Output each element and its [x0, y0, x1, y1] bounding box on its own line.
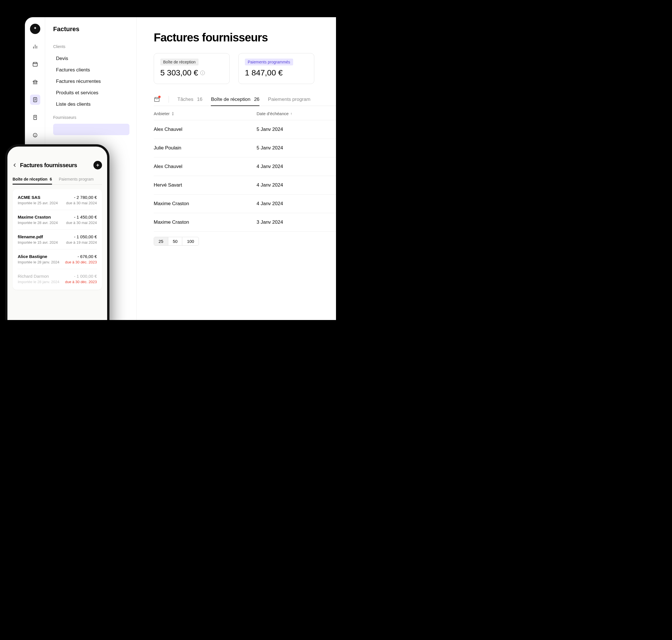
page-title: Factures fournisseurs — [154, 31, 336, 44]
invoice-icon[interactable] — [30, 94, 40, 105]
cell-provider: Julie Poulain — [154, 145, 257, 151]
sort-asc-icon: ↑ — [290, 112, 292, 116]
card-inbox-amount: 5 303,00 € i — [160, 68, 223, 77]
column-due-date[interactable]: Date d'échéance ↑ — [257, 111, 325, 116]
info-icon[interactable]: i — [200, 71, 205, 75]
content-tabs: Tâches 16 Boîte de réception 26 Paiement… — [154, 93, 336, 106]
card-inbox[interactable]: Boîte de réception 5 303,00 € i — [154, 53, 230, 84]
column-provider[interactable]: Anbieter ▲▼ — [154, 111, 257, 116]
cell-provider: Hervé Savart — [154, 182, 257, 188]
bank-icon[interactable] — [30, 77, 40, 87]
list-item[interactable]: Maxime Craston- 1 450,00 €Importée le 28… — [18, 210, 97, 230]
tab-inbox[interactable]: Boîte de réception 26 — [211, 93, 260, 106]
card-scheduled-amount: 1 847,00 € — [245, 68, 308, 77]
item-name: Alice Bastigne — [18, 254, 47, 259]
cell-due: 3 Janv 2024 — [257, 219, 325, 225]
sort-icon: ▲▼ — [172, 112, 174, 116]
sidebar-item-client-invoices[interactable]: Factures clients — [53, 64, 129, 76]
item-amount: - 2 780,00 € — [74, 195, 97, 200]
mobile-tabs: Boîte de réception 6 Paiements program — [13, 175, 102, 185]
item-due: due à 30 déc. 2023 — [65, 280, 97, 284]
mobile-invoice-list: ACME SAS- 2 780,00 €Importée le 25 avr. … — [13, 189, 102, 290]
finance-icon[interactable]: € — [30, 130, 40, 140]
inbox-icon[interactable] — [30, 59, 40, 70]
cell-provider: Maxime Craston — [154, 219, 257, 225]
table-row[interactable]: Julie Poulain5 Janv 2024 — [154, 139, 336, 157]
list-item[interactable]: Richard Darmon- 1 000,00 €Importée le 28… — [18, 269, 97, 289]
item-imported: Importée le 28 janv. 2024 — [18, 280, 59, 284]
table-row[interactable]: Maxime Craston3 Janv 2024 — [154, 213, 336, 232]
page-size-25[interactable]: 25 — [154, 237, 168, 245]
table-row[interactable]: Maxime Craston4 Janv 2024 — [154, 194, 336, 213]
sidebar-item-quotes[interactable]: Devis — [53, 53, 129, 64]
document-icon[interactable] — [30, 112, 40, 122]
item-name: filename.pdf — [18, 234, 43, 239]
sidebar-item-recurring[interactable]: Factures récurrentes — [53, 76, 129, 87]
svg-text:€: € — [34, 134, 36, 136]
analytics-icon[interactable] — [30, 41, 40, 52]
invoice-table: Alex Chauvel5 Janv 2024Julie Poulain5 Ja… — [154, 120, 336, 232]
cell-provider: Maxime Craston — [154, 201, 257, 207]
item-name: ACME SAS — [18, 195, 40, 200]
sidebar-item-client-list[interactable]: Liste des clients — [53, 99, 129, 110]
table-row[interactable]: Alex Chauvel5 Janv 2024 — [154, 120, 336, 139]
item-amount: - 1 050,00 € — [74, 234, 97, 239]
sidebar-title: Factures — [53, 26, 129, 33]
cell-due: 4 Janv 2024 — [257, 201, 325, 207]
item-imported: Importée le 28 janv. 2024 — [18, 260, 59, 264]
item-due: due à 30 mai 2024 — [66, 201, 97, 205]
mobile-title: Factures fournisseurs — [20, 162, 91, 169]
item-imported: Importée le 28 avr. 2024 — [18, 221, 58, 225]
item-due: due à 30 mai 2024 — [66, 221, 97, 225]
mobile-mockup: Factures fournisseurs + Boîte de récepti… — [5, 144, 109, 320]
card-inbox-label: Boîte de réception — [160, 59, 199, 66]
item-due: due à 30 déc. 2023 — [65, 260, 97, 264]
sidebar-item-products[interactable]: Produits et services — [53, 87, 129, 99]
item-name: Richard Darmon — [18, 274, 49, 279]
item-amount: - 1 450,00 € — [74, 215, 97, 219]
item-name: Maxime Craston — [18, 215, 51, 219]
cell-due: 5 Janv 2024 — [257, 127, 325, 132]
tab-tasks[interactable]: Tâches 16 — [177, 93, 202, 106]
card-scheduled[interactable]: Paiements programmés 1 847,00 € — [238, 53, 314, 84]
item-amount: - 676,00 € — [77, 254, 97, 259]
page-size-50[interactable]: 50 — [168, 237, 182, 245]
main-content: Factures fournisseurs Boîte de réception… — [136, 17, 336, 320]
cell-due: 4 Janv 2024 — [257, 182, 325, 188]
sidebar-section-suppliers: Fournisseurs — [53, 115, 129, 120]
mobile-tab-inbox[interactable]: Boîte de réception 6 — [13, 175, 52, 184]
add-button[interactable]: + — [93, 161, 102, 170]
back-icon[interactable] — [13, 163, 17, 168]
mobile-header: Factures fournisseurs + — [13, 161, 102, 170]
page-size-100[interactable]: 100 — [182, 237, 199, 245]
list-item[interactable]: Alice Bastigne- 676,00 €Importée le 28 j… — [18, 249, 97, 269]
card-scheduled-label: Paiements programmés — [245, 59, 293, 66]
cell-due: 5 Janv 2024 — [257, 145, 325, 151]
table-header: Anbieter ▲▼ Date d'échéance ↑ — [154, 106, 336, 120]
item-due: due à 19 mai 2024 — [66, 240, 97, 245]
item-amount: - 1 000,00 € — [74, 274, 97, 279]
sidebar-section-clients: Clients — [53, 44, 129, 49]
mobile-tab-scheduled[interactable]: Paiements program — [59, 175, 94, 184]
sidebar-item-supplier-invoices[interactable] — [53, 124, 129, 135]
list-item[interactable]: filename.pdf- 1 050,00 €Importée le 15 a… — [18, 230, 97, 249]
summary-cards: Boîte de réception 5 303,00 € i Paiement… — [154, 53, 336, 84]
inbox-tray-icon[interactable] — [154, 96, 160, 103]
table-row[interactable]: Hervé Savart4 Janv 2024 — [154, 176, 336, 194]
page-size-selector: 25 50 100 — [154, 237, 199, 246]
table-row[interactable]: Alex Chauvel4 Janv 2024 — [154, 157, 336, 176]
cell-provider: Alex Chauvel — [154, 164, 257, 170]
cell-provider: Alex Chauvel — [154, 127, 257, 132]
tab-scheduled[interactable]: Paiements program — [268, 93, 310, 106]
list-item[interactable]: ACME SAS- 2 780,00 €Importée le 25 avr. … — [18, 190, 97, 210]
cell-due: 4 Janv 2024 — [257, 164, 325, 170]
notification-dot-icon — [158, 96, 161, 98]
app-logo[interactable] — [30, 24, 40, 34]
item-imported: Importée le 25 avr. 2024 — [18, 201, 58, 205]
item-imported: Importée le 15 avr. 2024 — [18, 240, 58, 245]
